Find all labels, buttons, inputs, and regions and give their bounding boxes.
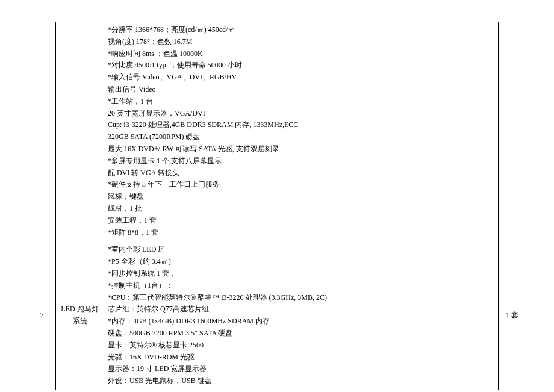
spec-table: *分辨率 1366*768；亮度(cd/㎡) 450cd/㎡视角(度) 178°… <box>28 22 526 390</box>
cell-item-name <box>56 22 104 241</box>
cell-qty: 1 套 <box>499 241 526 390</box>
cell-spec: *分辨率 1366*768；亮度(cd/㎡) 450cd/㎡视角(度) 178°… <box>104 22 499 241</box>
cell-spec: *室内全彩 LED 屏*P5 全彩（约 3.4㎡）*同步控制系统 1 套，*控制… <box>104 241 499 390</box>
table-row: 7 LED 跑马灯系统 *室内全彩 LED 屏*P5 全彩（约 3.4㎡）*同步… <box>28 241 526 390</box>
table-row: *分辨率 1366*768；亮度(cd/㎡) 450cd/㎡视角(度) 178°… <box>28 22 526 241</box>
cell-qty <box>499 22 526 241</box>
cell-item-name: LED 跑马灯系统 <box>56 241 104 390</box>
cell-index: 7 <box>28 241 56 390</box>
cell-index <box>28 22 56 241</box>
